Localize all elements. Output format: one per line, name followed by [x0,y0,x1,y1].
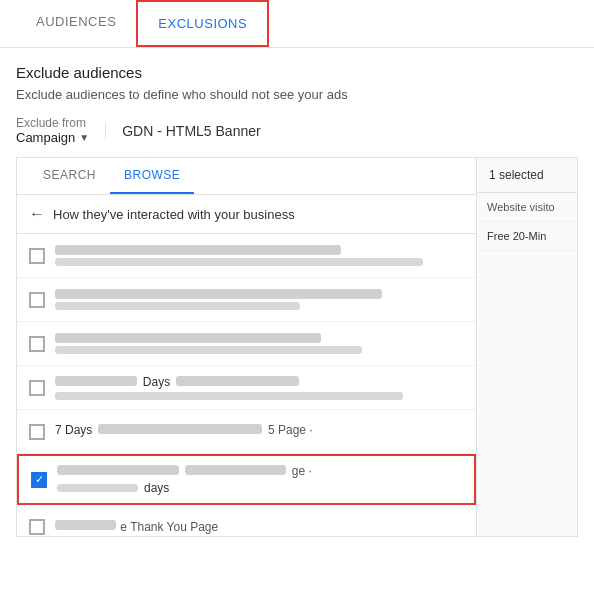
list-item [17,278,476,322]
tab-browse[interactable]: BROWSE [110,158,194,194]
list-item [17,322,476,366]
list-item-checkbox[interactable] [29,248,45,264]
selected-count: 1 selected [477,158,577,193]
back-arrow-icon[interactable]: ← [29,205,45,223]
list-item-selected: ge · days [17,454,476,505]
chevron-down-icon: ▼ [79,132,89,143]
audience-list: Days 7 Days 5 Page · [17,234,476,536]
tab-audiences[interactable]: AUDIENCES [16,0,136,47]
thank-you-label: e Thank You Page [120,520,218,534]
audience-panel: SEARCH BROWSE ← How they've interacted w… [16,157,578,537]
exclude-from-row: Exclude from Campaign ▼ GDN - HTML5 Bann… [16,116,578,145]
page-subtitle: Exclude audiences to define who should n… [16,87,578,102]
back-row-text: How they've interacted with your busines… [53,207,295,222]
list-item-content: e Thank You Page [55,520,464,534]
right-panel-free-item: Free 20-Min [477,222,577,251]
right-panel-item: Website visito [477,193,577,222]
list-item-content: Days [55,375,464,400]
right-panel-free-label: Free 20-Min [487,230,567,242]
page-label: 5 Page · [268,423,313,437]
list-item-content [55,289,464,310]
list-item: Days [17,366,476,410]
list-item-content: ge · days [57,464,462,495]
list-item-content: 7 Days 5 Page · [55,423,464,440]
campaign-dropdown-label: Campaign [16,130,75,145]
days-ref-label: days [144,481,169,495]
list-item: 7 Days 5 Page · [17,410,476,454]
list-item-checkbox-checked[interactable] [31,472,47,488]
tab-search[interactable]: SEARCH [29,158,110,194]
list-item-checkbox[interactable] [29,292,45,308]
list-item-checkbox[interactable] [29,336,45,352]
main-content: Exclude audiences Exclude audiences to d… [0,48,594,537]
main-tabs: AUDIENCES EXCLUSIONS [0,0,594,48]
exclude-from-label: Exclude from [16,116,89,130]
campaign-dropdown[interactable]: Campaign ▼ [16,130,89,145]
right-panel-website-label: Website visito [487,201,567,213]
seven-days-label: 7 Days [55,423,92,437]
list-item-checkbox[interactable] [29,519,45,535]
list-item-checkbox[interactable] [29,380,45,396]
page-ref-label: ge · [292,464,312,478]
list-item: e Thank You Page [17,505,476,536]
sub-tabs: SEARCH BROWSE [17,158,476,195]
days-label: Days [143,375,170,389]
right-panel: 1 selected Website visito Free 20-Min [477,158,577,536]
list-item-checkbox[interactable] [29,424,45,440]
campaign-name: GDN - HTML5 Banner [105,123,260,139]
left-panel: SEARCH BROWSE ← How they've interacted w… [17,158,477,536]
page-title: Exclude audiences [16,64,578,81]
list-item-content [55,245,464,266]
list-item [17,234,476,278]
list-item-content [55,333,464,354]
tab-exclusions[interactable]: EXCLUSIONS [136,0,269,47]
back-row: ← How they've interacted with your busin… [17,195,476,234]
